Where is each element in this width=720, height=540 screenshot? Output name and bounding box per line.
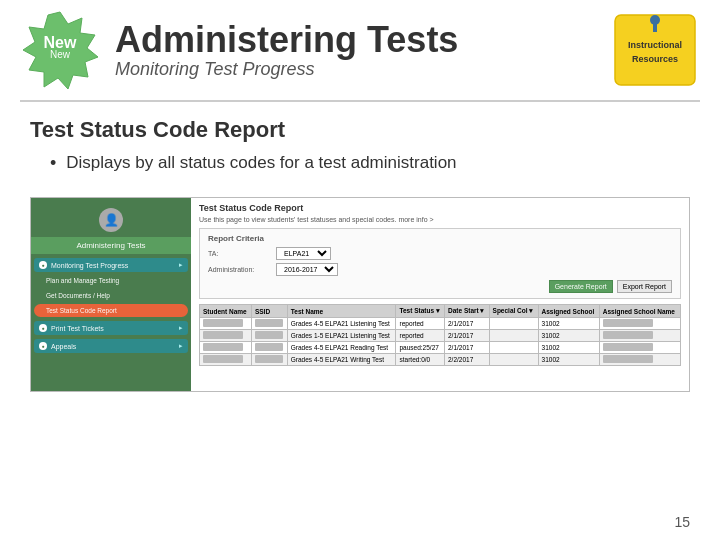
cell-school: 31002: [538, 354, 599, 366]
screenshot-container: 👤 Administering Tests ● Monitoring Test …: [30, 197, 690, 392]
ss-admin-select[interactable]: 2016-2017: [276, 263, 338, 276]
cell-date: 2/1/2017: [444, 330, 489, 342]
cell-student-name: [200, 354, 252, 366]
svg-rect-4: [653, 20, 657, 32]
ss-avatar: 👤: [99, 208, 123, 232]
cell-date: 2/2/2017: [444, 354, 489, 366]
col-assigned-school: Assigned School: [538, 305, 599, 318]
ss-sidebar-item-appeals[interactable]: ● Appeals ▸: [34, 339, 188, 353]
cell-school-name: [599, 354, 680, 366]
cell-status: reported: [396, 318, 445, 330]
ss-sidebar-item-docs[interactable]: Get Documents / Help: [34, 289, 188, 302]
ss-report-title: Test Status Code Report: [199, 203, 681, 213]
ss-sidebar-item-print[interactable]: ● Print Test Tickets ▸: [34, 321, 188, 335]
ss-info-row: Use this page to view students' test sta…: [199, 216, 681, 223]
col-ssid: SSID: [251, 305, 287, 318]
cell-school: 31002: [538, 330, 599, 342]
table-row: Grades 1-5 ELPA21 Listening Test reporte…: [200, 330, 681, 342]
cell-school-name: [599, 342, 680, 354]
cell-test-name: Grades 1-5 ELPA21 Listening Test: [287, 330, 396, 342]
ss-form-row-ta: TA: ELPA21: [208, 247, 672, 260]
ss-criteria-title: Report Criteria: [208, 234, 672, 243]
sidebar-item-plan-label: Plan and Manage Testing: [46, 277, 119, 284]
ss-main: Test Status Code Report Use this page to…: [191, 198, 689, 391]
ss-sidebar-header: Administering Tests: [31, 237, 191, 254]
cell-status: paused:25/27: [396, 342, 445, 354]
cell-special: [489, 330, 538, 342]
cell-ssid: [251, 330, 287, 342]
svg-text:New: New: [50, 49, 71, 60]
generate-report-button[interactable]: Generate Report: [549, 280, 613, 293]
col-test-status: Test Status ▾: [396, 305, 445, 318]
cell-student-name: [200, 342, 252, 354]
table-row: Grades 4-5 ELPA21 Writing Test started:0…: [200, 354, 681, 366]
sidebar-item-docs-label: Get Documents / Help: [46, 292, 110, 299]
new-badge: New New: [20, 10, 100, 90]
cell-ssid: [251, 342, 287, 354]
bullet-item: • Displays by all status codes for a tes…: [50, 151, 690, 176]
ss-form-row-admin: Administration: 2016-2017: [208, 263, 672, 276]
sidebar-item-appeals-label: Appeals: [51, 343, 76, 350]
col-test-name: Test Name: [287, 305, 396, 318]
page-number: 15: [674, 514, 690, 530]
cell-school: 31002: [538, 342, 599, 354]
cell-school-name: [599, 330, 680, 342]
col-special: Special Col ▾: [489, 305, 538, 318]
cell-date: 2/1/2017: [444, 342, 489, 354]
cell-special: [489, 354, 538, 366]
sidebar-expand-icon: ▸: [179, 261, 183, 269]
cell-ssid: [251, 354, 287, 366]
bullet-text: Displays by all status codes for a test …: [66, 151, 456, 175]
cell-special: [489, 342, 538, 354]
instructional-badge: Instructional Resources: [610, 10, 700, 90]
ss-sidebar-item-report[interactable]: Test Status Code Report: [34, 304, 188, 317]
sidebar-item-monitoring-label: Monitoring Test Progress: [51, 262, 128, 269]
cell-test-name: Grades 4-5 ELPA21 Listening Test: [287, 318, 396, 330]
cell-student-name: [200, 330, 252, 342]
cell-status: reported: [396, 330, 445, 342]
cell-school: 31002: [538, 318, 599, 330]
cell-test-name: Grades 4-5 ELPA21 Writing Test: [287, 354, 396, 366]
svg-text:Resources: Resources: [632, 54, 678, 64]
ss-admin-label: Administration:: [208, 266, 268, 273]
cell-school-name: [599, 318, 680, 330]
export-report-button[interactable]: Export Report: [617, 280, 672, 293]
col-student-name: Student Name: [200, 305, 252, 318]
sidebar-item-report-label: Test Status Code Report: [46, 307, 117, 314]
ss-sidebar: 👤 Administering Tests ● Monitoring Test …: [31, 198, 191, 391]
main-content: Test Status Code Report • Displays by al…: [0, 102, 720, 189]
bullet-dot: •: [50, 151, 56, 176]
sidebar-item-print-label: Print Test Tickets: [51, 325, 104, 332]
section-title: Test Status Code Report: [30, 117, 690, 143]
sidebar-print-dot-icon: ●: [39, 324, 47, 332]
ss-ta-label: TA:: [208, 250, 268, 257]
ss-report-table: Student Name SSID Test Name Test Status …: [199, 304, 681, 366]
col-assigned-school-name: Assigned School Name: [599, 305, 680, 318]
cell-special: [489, 318, 538, 330]
table-row: Grades 4-5 ELPA21 Reading Test paused:25…: [200, 342, 681, 354]
ss-sidebar-item-plan[interactable]: Plan and Manage Testing: [34, 274, 188, 287]
col-date-start: Date Start ▾: [444, 305, 489, 318]
sidebar-appeals-dot-icon: ●: [39, 342, 47, 350]
header: New New Administering Tests Monitoring T…: [0, 0, 720, 100]
svg-text:Instructional: Instructional: [628, 40, 682, 50]
ss-sidebar-item-monitoring[interactable]: ● Monitoring Test Progress ▸: [34, 258, 188, 272]
sidebar-appeals-expand-icon: ▸: [179, 342, 183, 350]
table-row: Grades 4-5 ELPA21 Listening Test reporte…: [200, 318, 681, 330]
ss-criteria-box: Report Criteria TA: ELPA21 Administratio…: [199, 228, 681, 299]
ss-button-row: Generate Report Export Report: [208, 280, 672, 293]
cell-status: started:0/0: [396, 354, 445, 366]
sidebar-dot-icon: ●: [39, 261, 47, 269]
cell-test-name: Grades 4-5 ELPA21 Reading Test: [287, 342, 396, 354]
cell-student-name: [200, 318, 252, 330]
sidebar-print-expand-icon: ▸: [179, 324, 183, 332]
cell-date: 2/1/2017: [444, 318, 489, 330]
cell-ssid: [251, 318, 287, 330]
ss-ta-select[interactable]: ELPA21: [276, 247, 331, 260]
